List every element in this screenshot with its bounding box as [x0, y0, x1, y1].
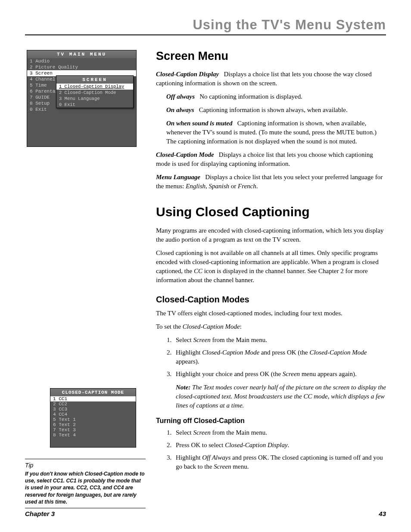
para-to-set: To set the Closed-Caption Mode:	[156, 322, 386, 331]
tv-main-menu-figure: TV MAIN MENU 1 Audio 2 Picture Quality 3…	[27, 50, 137, 147]
submenu-item: 0 Exit	[56, 102, 133, 108]
step-1: Select Screen from the Main menu.	[173, 336, 386, 345]
cc-mode-title: CLOSED-CAPTION MODE	[50, 389, 136, 396]
cc-item: 8 Text 4	[50, 432, 136, 438]
para-cc-availability: Closed captioning is not available on al…	[156, 249, 386, 285]
note: Note: The Text modes cover nearly half o…	[176, 383, 386, 410]
heading-cc-modes: Closed-Caption Modes	[156, 293, 386, 305]
cc-item: 2 CC2	[50, 401, 136, 407]
screen-submenu-title: SCREEN	[56, 76, 133, 84]
para-off-always: Off always No captioning information is …	[166, 92, 386, 101]
step-off-1: Select Screen from the Main menu.	[173, 428, 386, 437]
tv-main-menu-title: TV MAIN MENU	[27, 50, 136, 58]
step-off-3: Highlight Off Always and press OK. The c…	[173, 453, 386, 471]
cc-item: 3 CC3	[50, 407, 136, 412]
menu-item: 1 Audio	[27, 58, 136, 64]
para-on-always: On always Captioning information is show…	[166, 106, 386, 115]
left-column: TV MAIN MENU 1 Audio 2 Picture Quality 3…	[25, 48, 146, 508]
tip-label: Tip	[25, 462, 146, 469]
menu-item: 2 Picture Quality	[27, 64, 136, 70]
para-on-muted: On when sound is muted Captioning inform…	[166, 119, 386, 146]
cc-item-selected: 1 CC1	[50, 396, 136, 401]
cc-item: 5 Text 1	[50, 417, 136, 422]
para-menu-language: Menu Language Displays a choice list tha…	[156, 173, 386, 191]
steps-set-cc: Select Screen from the Main menu. Highli…	[173, 336, 386, 410]
cc-mode-menu-figure: CLOSED-CAPTION MODE 1 CC1 2 CC2 3 CC3 4 …	[50, 388, 136, 448]
page-header-title: Using the TV's Menu System	[25, 17, 386, 35]
heading-turn-off-cc: Turning off Closed-Caption	[156, 416, 386, 426]
step-2: Highlight Closed-Caption Mode and press …	[173, 348, 386, 366]
footer-page-number: 43	[379, 510, 386, 517]
submenu-item: 2 Closed-Caption Mode	[56, 90, 133, 96]
cc-item: 4 CC4	[50, 412, 136, 417]
submenu-item-selected: 1 Closed-Caption Display	[56, 84, 133, 90]
step-3: Highlight your choice and press OK (the …	[173, 370, 386, 410]
footer-chapter: Chapter 3	[25, 510, 55, 517]
para-cc-intro: Many programs are encoded with closed-ca…	[156, 226, 386, 244]
main-content: Screen Menu Closed-Caption Display Displ…	[156, 48, 386, 508]
para-cc-mode: Closed-Caption Mode Displays a choice li…	[156, 150, 386, 168]
tip-body: If you don't know which Closed-Caption m…	[25, 470, 146, 505]
cc-item: 6 Text 2	[50, 422, 136, 427]
para-cc-display: Closed-Caption Display Displays a choice…	[156, 70, 386, 88]
para-eight-modes: The TV offers eight closed-captioned mod…	[156, 309, 386, 318]
heading-screen-menu: Screen Menu	[156, 48, 386, 65]
page-footer: Chapter 3 43	[25, 510, 386, 517]
heading-using-cc: Using Closed Captioning	[156, 203, 386, 221]
screen-submenu: SCREEN 1 Closed-Caption Display 2 Closed…	[56, 75, 134, 108]
tip-block: Tip If you don't know which Closed-Capti…	[25, 459, 146, 508]
step-off-2: Press OK to select Closed-Caption Displa…	[173, 441, 386, 450]
cc-item: 7 Text 3	[50, 427, 136, 432]
steps-turn-off: Select Screen from the Main menu. Press …	[173, 428, 386, 471]
submenu-item: 3 Menu Language	[56, 96, 133, 102]
